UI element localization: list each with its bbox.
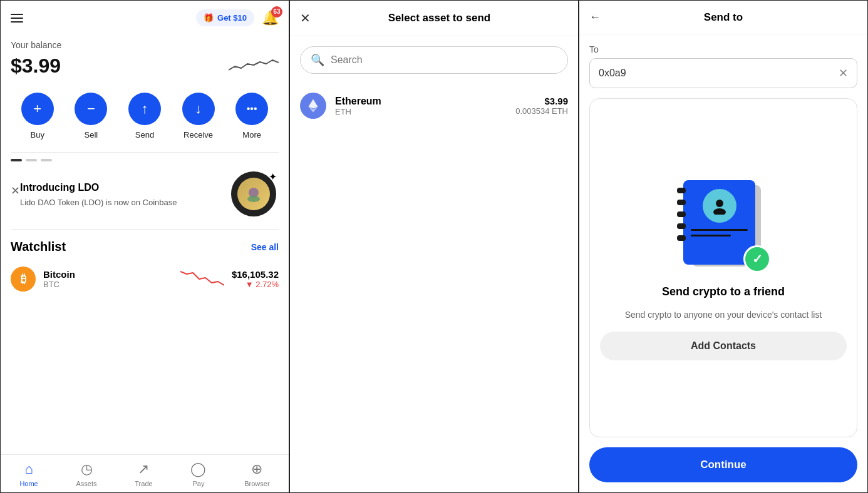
asset-price: $16,105.32 ▼ 2.72% xyxy=(232,269,279,289)
add-contacts-button[interactable]: Add Contacts xyxy=(600,332,847,360)
avatar-circle xyxy=(703,189,736,223)
ring-1 xyxy=(677,188,686,193)
home-nav-icon: ⌂ xyxy=(24,461,33,477)
svg-point-5 xyxy=(713,208,726,215)
nav-home[interactable]: ⌂ Home xyxy=(19,461,38,487)
clear-input-button[interactable]: ✕ xyxy=(839,66,848,80)
continue-button[interactable]: Continue xyxy=(589,447,857,482)
send-action[interactable]: ↑ Send xyxy=(128,93,161,140)
promo-text: Introducing LDO Lido DAO Token (LDO) is … xyxy=(20,182,229,208)
sell-label: Sell xyxy=(85,130,98,140)
ring-2 xyxy=(677,200,686,205)
trade-nav-icon: ↗ xyxy=(138,461,149,477)
send-to-body: To 0x0a9 ✕ xyxy=(579,34,867,447)
send-friend-description: Send crypto to anyone on your device's c… xyxy=(625,308,822,322)
dot-2 xyxy=(26,159,37,161)
checkmark-icon: ✓ xyxy=(752,252,763,267)
browser-nav-icon: ⊕ xyxy=(251,461,262,477)
to-address-value: 0x0a9 xyxy=(599,68,839,79)
promo-close-button[interactable]: ✕ xyxy=(11,185,20,196)
buy-label: Buy xyxy=(31,130,44,140)
ethereum-info: Ethereum ETH xyxy=(335,96,507,116)
ring-3 xyxy=(677,211,686,217)
more-label: More xyxy=(242,130,261,140)
to-field-section: To 0x0a9 ✕ xyxy=(589,44,857,88)
panel-home: 🎁 Get $10 🔔 63 Your balance $3.99 xyxy=(0,0,289,493)
nav-trade[interactable]: ↗ Trade xyxy=(135,461,152,487)
asset-name: Bitcoin xyxy=(43,269,173,280)
line-2 xyxy=(691,235,731,236)
sell-action[interactable]: − Sell xyxy=(75,93,107,140)
balance-section: Your balance $3.99 xyxy=(1,35,289,88)
ethereum-asset-item[interactable]: Ethereum ETH $3.99 0.003534 ETH xyxy=(290,84,578,128)
btc-sparkline xyxy=(180,267,224,292)
trade-nav-label: Trade xyxy=(135,480,152,487)
notification-badge: 63 xyxy=(271,6,282,18)
svg-marker-2 xyxy=(309,99,318,109)
more-action[interactable]: ••• More xyxy=(235,93,268,140)
close-button[interactable]: ✕ xyxy=(300,11,311,26)
to-input-row[interactable]: 0x0a9 ✕ xyxy=(589,58,857,88)
ethereum-values: $3.99 0.003534 ETH xyxy=(515,96,568,116)
line-1 xyxy=(691,229,748,231)
sparkline-chart xyxy=(229,53,279,78)
ring-5 xyxy=(677,235,686,241)
ethereum-crypto: 0.003534 ETH xyxy=(515,106,568,116)
promo-dots xyxy=(11,159,52,161)
gift-icon: 🎁 xyxy=(204,13,214,23)
panel-send-to: ← Send to To 0x0a9 ✕ xyxy=(579,0,868,493)
buy-action[interactable]: + Buy xyxy=(21,93,54,140)
get-money-label: Get $10 xyxy=(217,13,247,23)
select-asset-title: Select asset to send xyxy=(311,12,568,24)
panel-select-asset: ✕ Select asset to send 🔍 Ethereum ETH $3… xyxy=(289,0,579,493)
receive-action[interactable]: ↓ Receive xyxy=(182,93,215,140)
avatar-person-icon xyxy=(711,197,728,215)
header-right: 🎁 Get $10 🔔 63 xyxy=(196,9,279,26)
receive-icon: ↓ xyxy=(182,93,215,125)
balance-row: $3.99 xyxy=(11,53,279,78)
promo-title: Introducing LDO xyxy=(20,182,229,193)
ethereum-name: Ethereum xyxy=(335,96,507,107)
pay-nav-label: Pay xyxy=(192,480,204,487)
notification-bell[interactable]: 🔔 63 xyxy=(262,10,279,26)
svg-point-1 xyxy=(247,196,260,202)
search-bar[interactable]: 🔍 xyxy=(300,46,568,74)
asset-symbol: BTC xyxy=(43,280,173,289)
more-icon: ••• xyxy=(235,93,268,125)
ethereum-usd: $3.99 xyxy=(515,96,568,106)
search-input[interactable] xyxy=(331,54,557,66)
get-money-button[interactable]: 🎁 Get $10 xyxy=(196,9,254,26)
home-scroll: Your balance $3.99 + Buy − Sell ↑ xyxy=(1,35,289,454)
select-asset-header: ✕ Select asset to send xyxy=(290,1,578,36)
ldo-inner xyxy=(237,178,270,210)
back-button[interactable]: ← xyxy=(589,11,601,24)
ldo-icon: ✦ xyxy=(231,171,276,216)
send-friend-card: ✓ Send crypto to a friend Send crypto to… xyxy=(589,98,857,437)
balance-label: Your balance xyxy=(11,40,279,50)
ethereum-icon xyxy=(300,93,326,119)
nav-browser[interactable]: ⊕ Browser xyxy=(244,461,269,487)
nav-assets[interactable]: ◷ Assets xyxy=(76,461,97,487)
send-label: Send xyxy=(135,130,154,140)
assets-nav-icon: ◷ xyxy=(81,461,93,477)
send-to-header: ← Send to xyxy=(579,1,867,34)
notebook-lines xyxy=(683,223,755,236)
spark-icon: ✦ xyxy=(269,171,277,183)
bitcoin-icon: ₿ xyxy=(11,267,36,292)
dot-1 xyxy=(11,159,22,161)
balance-amount: $3.99 xyxy=(11,54,61,78)
watchlist-title: Watchlist xyxy=(11,240,66,254)
browser-nav-label: Browser xyxy=(244,480,269,487)
watchlist-header: Watchlist See all xyxy=(11,240,279,254)
send-icon: ↑ xyxy=(128,93,161,125)
search-icon: 🔍 xyxy=(311,53,324,67)
nav-pay[interactable]: ◯ Pay xyxy=(190,461,206,487)
bottom-nav: ⌂ Home ◷ Assets ↗ Trade ◯ Pay ⊕ Browser xyxy=(1,454,289,492)
to-label: To xyxy=(589,44,857,54)
see-all-button[interactable]: See all xyxy=(251,242,279,252)
check-badge: ✓ xyxy=(743,245,771,273)
send-illustration: ✓ xyxy=(673,175,773,275)
illustration-container: ✓ xyxy=(673,175,773,275)
watchlist-item[interactable]: ₿ Bitcoin BTC $16,105.32 ▼ 2.72% xyxy=(11,262,279,297)
menu-icon[interactable] xyxy=(11,14,23,23)
